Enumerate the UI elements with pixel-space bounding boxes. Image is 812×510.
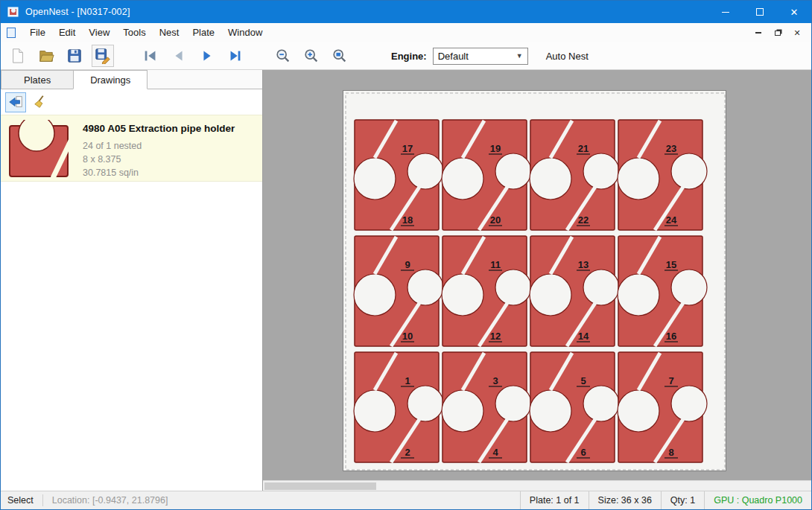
menu-nest[interactable]: Nest <box>153 23 186 42</box>
new-file-icon <box>10 48 26 64</box>
panel-tabstrip: Plates Drawings <box>1 70 262 89</box>
panel-toolbar <box>1 89 262 115</box>
nest-pair[interactable]: 56 <box>530 352 619 462</box>
part-notch <box>583 153 619 189</box>
part-notch <box>671 270 707 305</box>
menu-plate[interactable]: Plate <box>185 23 221 42</box>
part-notch <box>618 274 659 316</box>
nest-canvas[interactable]: 171819202122232491011121314151612345678 <box>263 70 811 491</box>
side-panel: Plates Drawings <box>1 70 263 491</box>
mdi-minimize-icon <box>755 32 761 34</box>
nest-pair[interactable]: 34 <box>442 352 531 462</box>
zoom-fit-button[interactable] <box>329 45 351 67</box>
arrow-left-page-icon <box>7 94 24 110</box>
part-notch <box>407 153 443 189</box>
menu-view[interactable]: View <box>82 23 116 42</box>
nest-pair[interactable]: 2122 <box>530 120 619 230</box>
tab-drawings[interactable]: Drawings <box>73 70 148 89</box>
part-notch <box>495 386 531 421</box>
part-number: 23 <box>666 143 676 154</box>
engine-select[interactable]: Default ▼ <box>433 48 528 65</box>
close-icon: ✕ <box>790 7 799 17</box>
part-number: 22 <box>578 214 589 226</box>
part-notch <box>671 153 707 189</box>
status-gpu: GPU : Quadro P1000 <box>704 491 811 509</box>
plate-sheet[interactable]: 171819202122232491011121314151612345678 <box>343 90 726 471</box>
clear-button[interactable] <box>31 92 51 112</box>
drawing-list-item[interactable]: 4980 A05 Extraction pipe holder 24 of 1 … <box>1 115 262 182</box>
maximize-button[interactable] <box>743 1 777 23</box>
mdi-minimize-button[interactable] <box>749 25 768 40</box>
open-button[interactable] <box>35 45 57 67</box>
nest-pair[interactable]: 12 <box>354 352 443 462</box>
part-notch <box>495 153 531 189</box>
close-button[interactable]: ✕ <box>777 1 811 23</box>
status-qty: Qty: 1 <box>661 491 704 509</box>
menu-window[interactable]: Window <box>221 23 269 42</box>
zoom-out-icon <box>275 48 291 64</box>
auto-nest-button[interactable]: Auto Nest <box>542 48 593 65</box>
part-notch <box>495 270 531 305</box>
save-edit-button[interactable] <box>92 45 114 67</box>
engine-label: Engine: <box>391 51 427 62</box>
mdi-restore-button[interactable] <box>768 25 787 40</box>
status-bar: Select Location: [-0.9437, 21.8796] Plat… <box>1 491 811 509</box>
nest-pair[interactable]: 78 <box>618 352 707 462</box>
part-notch <box>583 386 619 421</box>
zoom-in-button[interactable] <box>300 45 323 67</box>
menu-file[interactable]: File <box>23 23 52 42</box>
part-number: 11 <box>490 259 501 270</box>
new-button[interactable] <box>7 45 29 67</box>
part-notch <box>354 274 396 316</box>
zoom-fit-icon <box>332 48 348 64</box>
save-button[interactable] <box>63 45 86 67</box>
last-plate-button[interactable] <box>224 45 247 67</box>
nest-pair[interactable]: 2324 <box>618 120 707 230</box>
mdi-close-button[interactable]: ✕ <box>787 25 807 40</box>
scrollbar-thumb[interactable] <box>264 482 376 490</box>
horizontal-scrollbar[interactable] <box>263 480 811 491</box>
menu-edit[interactable]: Edit <box>52 23 82 42</box>
nest-pair[interactable]: 1718 <box>354 120 443 230</box>
nest-pair[interactable]: 1112 <box>442 236 531 346</box>
nest-pair[interactable]: 1314 <box>530 236 619 346</box>
tab-plates[interactable]: Plates <box>1 70 74 89</box>
minimize-button[interactable] <box>708 1 743 23</box>
part-number: 6 <box>580 447 586 458</box>
part-number: 5 <box>580 375 586 386</box>
part-number: 18 <box>402 214 413 226</box>
part-notch <box>407 270 443 305</box>
part-number: 21 <box>578 143 589 154</box>
part-number: 7 <box>668 375 673 386</box>
menu-tools[interactable]: Tools <box>116 23 152 42</box>
part-notch <box>442 390 483 432</box>
nest-pair[interactable]: 910 <box>354 236 443 346</box>
next-plate-button[interactable] <box>196 45 218 67</box>
last-icon <box>227 48 244 64</box>
drawing-title: 4980 A05 Extraction pipe holder <box>83 123 235 134</box>
nest-pair[interactable]: 1516 <box>618 236 707 346</box>
part-number: 20 <box>490 214 501 226</box>
send-to-plate-button[interactable] <box>5 92 26 112</box>
status-location: Location: [-0.9437, 21.8796] <box>43 495 177 506</box>
zoom-out-button[interactable] <box>272 45 294 67</box>
first-plate-button[interactable] <box>139 45 162 67</box>
minimize-icon <box>722 12 729 13</box>
window-title: OpenNest - [N0317-002] <box>25 7 130 17</box>
app-icon <box>7 6 19 18</box>
part-number: 15 <box>666 259 676 270</box>
open-folder-icon <box>38 48 54 64</box>
menu-bar: File Edit View Tools Nest Plate Window ✕ <box>1 23 811 42</box>
part-notch <box>618 158 659 200</box>
previous-plate-button[interactable] <box>168 45 190 67</box>
part-number: 12 <box>490 331 501 342</box>
part-number: 17 <box>402 143 413 154</box>
drawing-area: 30.7815 sq/in <box>83 166 235 179</box>
application-window: OpenNest - [N0317-002] ✕ File Edit View … <box>0 0 812 510</box>
part-number: 3 <box>492 375 498 386</box>
zoom-in-icon <box>303 48 320 64</box>
mdi-restore-icon <box>775 31 781 36</box>
part-number: 14 <box>578 331 589 342</box>
nest-pair[interactable]: 1920 <box>442 120 531 230</box>
save-edit-icon <box>95 48 111 64</box>
